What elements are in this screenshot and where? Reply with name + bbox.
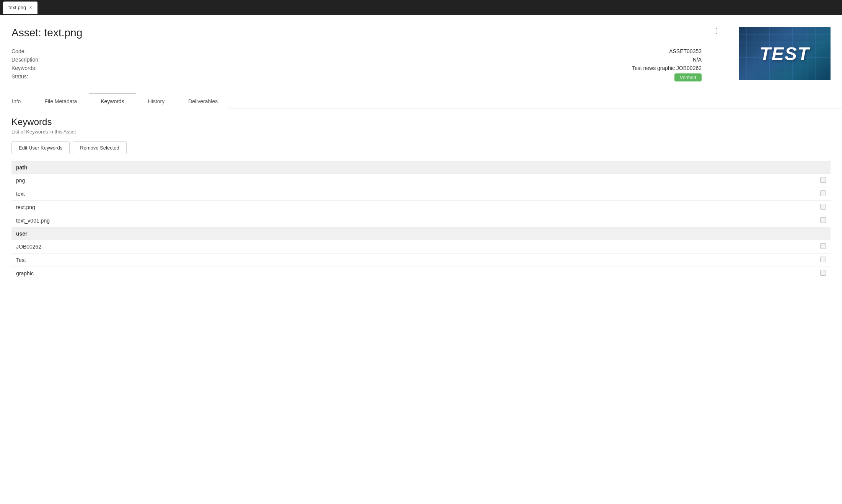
description-value: N/A: [61, 57, 709, 63]
main-content: Asset: text.png Code: ASSET00353 Descrip…: [0, 15, 842, 296]
keyword-row-graphic: graphic: [11, 267, 831, 280]
browser-tab[interactable]: text.png ×: [3, 2, 37, 14]
keyword-checkbox-cell-job00262: [816, 240, 831, 254]
keyword-value-graphic: graphic: [11, 267, 816, 280]
keywords-section-subtitle: List of Keywords in this Asset: [11, 129, 831, 135]
thumbnail-grid-overlay: [739, 27, 831, 80]
keywords-value: Test news graphic JOB00262: [61, 65, 709, 71]
keyword-value-textpng: text.png: [11, 201, 816, 214]
group-header-path: path: [11, 161, 831, 174]
status-label: Status:: [11, 73, 61, 81]
keyword-checkbox-testword[interactable]: [820, 257, 826, 262]
keyword-row-textv001: text_v001.png: [11, 214, 831, 228]
keyword-checkbox-cell-textpng: [816, 201, 831, 214]
keyword-row-png: png: [11, 174, 831, 187]
keyword-checkbox-cell-graphic: [816, 267, 831, 280]
tab-deliverables[interactable]: Deliverables: [176, 93, 230, 109]
group-name-path: path: [11, 161, 831, 174]
keyword-checkbox-cell-testword: [816, 254, 831, 267]
tab-info[interactable]: Info: [0, 93, 33, 109]
keywords-buttons-row: Edit User Keywords Remove Selected: [11, 141, 831, 154]
keyword-checkbox-graphic[interactable]: [820, 270, 826, 276]
asset-title-area: Asset: text.png Code: ASSET00353 Descrip…: [11, 27, 709, 81]
keyword-row-testword: Test: [11, 254, 831, 267]
header-actions: ⋮ TEST: [709, 27, 831, 80]
keyword-checkbox-job00262[interactable]: [820, 243, 826, 249]
keyword-checkbox-cell-png: [816, 174, 831, 187]
keywords-section: Keywords List of Keywords in this Asset …: [11, 109, 831, 288]
tab-title: text.png: [8, 5, 26, 10]
tab-keywords[interactable]: Keywords: [89, 93, 136, 109]
browser-tab-bar: text.png ×: [0, 0, 842, 15]
group-header-user: user: [11, 228, 831, 240]
keywords-label: Keywords:: [11, 65, 61, 71]
close-tab-button[interactable]: ×: [29, 5, 32, 10]
keyword-checkbox-cell-textv001: [816, 214, 831, 228]
keyword-checkbox-cell-text: [816, 187, 831, 201]
asset-thumbnail: TEST: [739, 27, 831, 80]
edit-user-keywords-button[interactable]: Edit User Keywords: [11, 141, 70, 154]
keyword-value-text: text: [11, 187, 816, 201]
keyword-checkbox-textv001[interactable]: [820, 217, 826, 223]
keywords-section-title: Keywords: [11, 117, 831, 127]
keyword-value-job00262: JOB00262: [11, 240, 816, 254]
keyword-checkbox-text[interactable]: [820, 190, 826, 196]
keyword-value-textv001: text_v001.png: [11, 214, 816, 228]
description-label: Description:: [11, 57, 61, 63]
keyword-value-testword: Test: [11, 254, 816, 267]
group-name-user: user: [11, 228, 831, 240]
keywords-table-body: path png text text.png text_v001.png: [11, 161, 831, 280]
keyword-row-text: text: [11, 187, 831, 201]
keyword-row-textpng: text.png: [11, 201, 831, 214]
asset-header: Asset: text.png Code: ASSET00353 Descrip…: [11, 27, 831, 81]
status-badge: Verified: [674, 73, 702, 81]
keyword-value-png: png: [11, 174, 816, 187]
keywords-table: path png text text.png text_v001.png: [11, 161, 831, 280]
keyword-checkbox-textpng[interactable]: [820, 204, 826, 210]
remove-selected-button[interactable]: Remove Selected: [73, 141, 127, 154]
tab-navigation: Info File Metadata Keywords History Deli…: [0, 93, 842, 109]
more-menu-button[interactable]: ⋮: [709, 27, 723, 34]
tab-file-metadata[interactable]: File Metadata: [33, 93, 89, 109]
code-value: ASSET00353: [61, 48, 709, 54]
code-label: Code:: [11, 48, 61, 54]
keyword-row-job00262: JOB00262: [11, 240, 831, 254]
asset-title: Asset: text.png: [11, 27, 709, 39]
tab-history[interactable]: History: [136, 93, 177, 109]
keyword-checkbox-png[interactable]: [820, 177, 826, 183]
asset-fields: Code: ASSET00353 Description: N/A Keywor…: [11, 48, 709, 81]
status-value-cell: Verified: [61, 73, 709, 81]
